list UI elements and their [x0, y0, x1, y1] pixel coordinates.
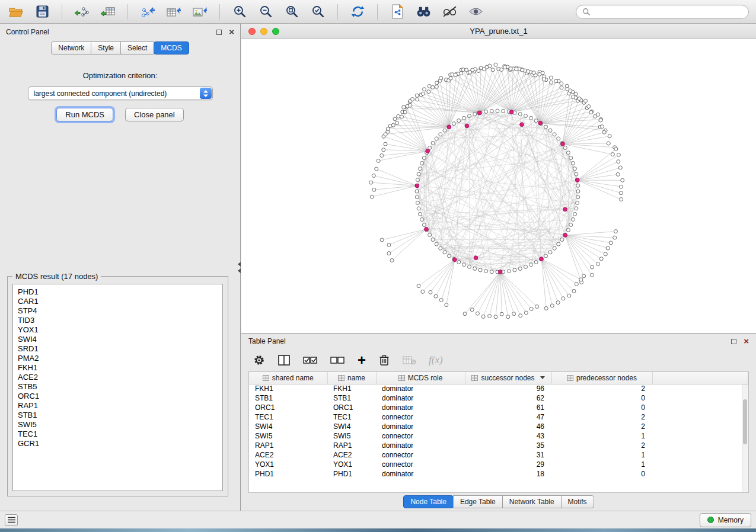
- zoom-in-icon[interactable]: [231, 3, 248, 21]
- tab-network-table[interactable]: Network Table: [502, 495, 562, 508]
- cell-predecessors: 2: [551, 384, 652, 393]
- cell-filler: [652, 384, 748, 393]
- minimize-window-button[interactable]: [260, 28, 267, 35]
- table-row[interactable]: PHD1PHD1dominator180: [249, 469, 748, 479]
- tab-edge-table[interactable]: Edge Table: [453, 495, 503, 508]
- refresh-icon[interactable]: [349, 3, 366, 21]
- node-table-body: FKH1FKH1dominator962STB1STB1dominator620…: [249, 384, 748, 479]
- table-scrollbar[interactable]: [742, 384, 748, 492]
- mcds-result-item[interactable]: PMA2: [18, 354, 222, 363]
- deselect-all-icon[interactable]: [330, 355, 344, 366]
- mcds-result-item[interactable]: STB5: [18, 382, 222, 392]
- cell-role: connector: [376, 450, 465, 460]
- float-panel-icon[interactable]: [216, 30, 222, 35]
- column-header-predecessor-nodes[interactable]: predecessor nodes: [551, 372, 652, 384]
- mcds-result-item[interactable]: STP4: [18, 306, 222, 316]
- open-folder-icon[interactable]: [7, 3, 25, 21]
- cell-successors: 47: [465, 412, 551, 422]
- run-mcds-button[interactable]: Run MCDS: [56, 108, 113, 121]
- table-settings-gear-icon[interactable]: [253, 354, 265, 366]
- mcds-result-item[interactable]: STB1: [18, 411, 222, 420]
- mcds-result-item[interactable]: ACE2: [18, 373, 222, 382]
- zoom-window-button[interactable]: [272, 28, 279, 35]
- column-header-successor-nodes[interactable]: successor nodes: [465, 372, 551, 384]
- search-input[interactable]: [594, 8, 742, 16]
- delete-column-icon[interactable]: [379, 354, 390, 366]
- add-column-icon[interactable]: +: [358, 355, 366, 366]
- show-columns-icon[interactable]: [278, 355, 290, 366]
- close-panel-button[interactable]: Close panel: [125, 108, 184, 121]
- mcds-result-item[interactable]: PHD1: [18, 287, 222, 297]
- zoom-selected-icon[interactable]: [309, 3, 327, 21]
- panel-splitter-handle[interactable]: [237, 259, 241, 275]
- mcds-result-item[interactable]: RAP1: [18, 401, 222, 411]
- mcds-result-item[interactable]: SWI5: [18, 420, 222, 430]
- export-network-icon[interactable]: [139, 3, 157, 21]
- table-row[interactable]: ORC1ORC1dominator610: [249, 403, 748, 412]
- cell-successors: 61: [465, 403, 551, 412]
- cell-filler: [652, 422, 748, 431]
- close-table-panel-icon[interactable]: ×: [744, 338, 749, 344]
- criterion-select[interactable]: largest connected component (undirected): [28, 86, 213, 100]
- table-row[interactable]: YOX1YOX1connector291: [249, 460, 748, 469]
- tab-select[interactable]: Select: [120, 41, 154, 55]
- export-table-icon[interactable]: [165, 3, 183, 21]
- table-row[interactable]: STB1STB1dominator620: [249, 393, 748, 403]
- tab-style[interactable]: Style: [91, 41, 121, 55]
- mcds-result-item[interactable]: YOX1: [18, 325, 222, 335]
- mcds-result-item[interactable]: TID3: [18, 316, 222, 325]
- search-network-icon[interactable]: [414, 3, 432, 21]
- column-header-shared-name[interactable]: shared name: [249, 372, 327, 384]
- cell-predecessors: 1: [551, 460, 652, 469]
- column-header-filler: [652, 372, 748, 384]
- tab-node-table[interactable]: Node Table: [403, 495, 454, 508]
- close-panel-icon[interactable]: ×: [229, 29, 234, 35]
- column-header-mcds-role[interactable]: MCDS role: [376, 372, 465, 384]
- memory-button[interactable]: Memory: [700, 513, 751, 527]
- mcds-result-item[interactable]: FKH1: [18, 363, 222, 373]
- cell-predecessors: 2: [551, 412, 652, 422]
- cell-shared_name: ACE2: [249, 450, 327, 460]
- import-table-icon[interactable]: [99, 3, 117, 21]
- zoom-fit-icon[interactable]: [283, 3, 301, 21]
- select-all-icon[interactable]: [303, 355, 317, 366]
- table-row[interactable]: SWI4SWI4dominator462: [249, 422, 748, 431]
- zoom-out-icon[interactable]: [257, 3, 275, 21]
- mcds-result-item[interactable]: GCR1: [18, 439, 222, 448]
- tab-network[interactable]: Network: [51, 41, 91, 55]
- cell-name: ACE2: [327, 450, 376, 460]
- cell-successors: 35: [465, 441, 551, 450]
- table-row[interactable]: ACE2ACE2connector311: [249, 450, 748, 460]
- show-view-eye-icon[interactable]: [467, 3, 484, 21]
- save-icon[interactable]: [33, 3, 51, 21]
- network-canvas[interactable]: [241, 39, 756, 333]
- mcds-result-item[interactable]: ORC1: [18, 392, 222, 401]
- network-view-titlebar[interactable]: YPA_prune.txt_1: [241, 24, 756, 39]
- close-window-button[interactable]: [248, 28, 256, 35]
- export-image-icon[interactable]: [191, 3, 209, 21]
- table-panel-tabs: Node Table Edge Table Network Table Moti…: [241, 495, 756, 508]
- table-row[interactable]: TEC1TEC1connector472: [249, 412, 748, 422]
- column-header-name[interactable]: name: [327, 372, 376, 384]
- mcds-result-item[interactable]: SWI4: [18, 335, 222, 344]
- mcds-result-item[interactable]: SRD1: [18, 344, 222, 354]
- mcds-result-list[interactable]: PHD1CAR1STP4TID3YOX1SWI4SRD1PMA2FKH1ACE2…: [12, 284, 223, 491]
- scrollbar-thumb[interactable]: [743, 399, 747, 444]
- float-table-panel-icon[interactable]: [731, 339, 736, 344]
- tab-mcds[interactable]: MCDS: [154, 41, 189, 55]
- share-document-icon[interactable]: [388, 3, 406, 21]
- tab-motifs[interactable]: Motifs: [561, 495, 594, 508]
- mcds-result-item[interactable]: CAR1: [18, 297, 222, 306]
- table-panel-header: Table Panel ×: [241, 334, 756, 349]
- table-row[interactable]: FKH1FKH1dominator962: [249, 384, 748, 393]
- table-row[interactable]: RAP1RAP1dominator352: [249, 441, 748, 450]
- control-panel-tabs: Network Style Select MCDS: [0, 41, 240, 55]
- dropdown-stepper-icon: [200, 88, 212, 99]
- mcds-result-item[interactable]: TEC1: [18, 430, 222, 439]
- cell-predecessors: 1: [551, 431, 652, 441]
- import-network-icon[interactable]: [73, 3, 91, 21]
- criterion-selected-value: largest connected component (undirected): [34, 89, 167, 98]
- table-row[interactable]: SWI5SWI5connector431: [249, 431, 748, 441]
- hide-annotations-icon[interactable]: [441, 3, 458, 21]
- task-history-icon[interactable]: [5, 514, 18, 526]
